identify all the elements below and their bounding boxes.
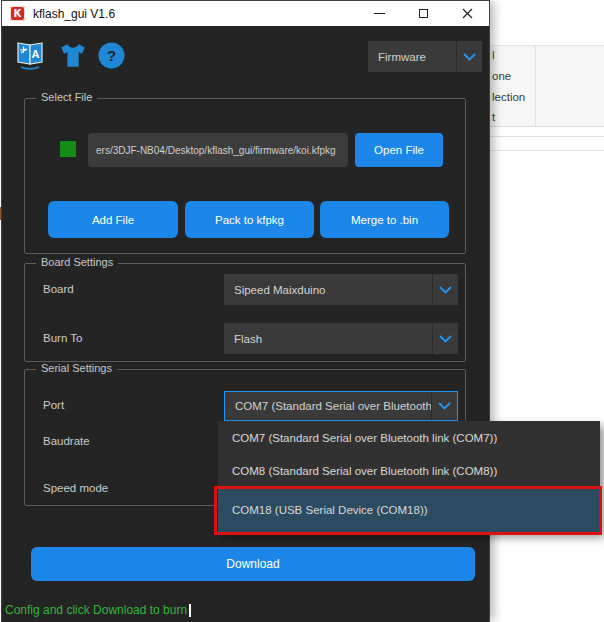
board-settings-group-label: Board Settings <box>36 256 118 268</box>
baudrate-label: Baudrate <box>43 435 90 447</box>
port-option-com8[interactable]: COM8 (Standard Serial over Bluetooth lin… <box>218 454 600 487</box>
close-button[interactable] <box>445 1 489 26</box>
background-divider-line <box>490 150 604 151</box>
background-text-fragment: one <box>492 70 511 82</box>
text-cursor <box>189 604 191 617</box>
add-file-button[interactable]: Add File <box>48 201 178 238</box>
annotation-highlight-box <box>214 486 602 535</box>
svg-text:?: ? <box>107 47 116 64</box>
port-label: Port <box>43 399 64 411</box>
port-select[interactable]: COM7 (Standard Serial over Bluetooth lin… <box>224 391 458 421</box>
minimize-icon <box>374 13 385 14</box>
burn-to-select-value: Flash <box>224 333 432 345</box>
file-status-indicator <box>60 141 76 157</box>
chevron-down-icon <box>432 323 458 354</box>
board-label: Board <box>43 283 74 295</box>
serial-settings-group-label: Serial Settings <box>36 362 117 374</box>
help-icon: ? <box>98 42 125 69</box>
window-title: kflash_gui V1.6 <box>33 7 115 21</box>
maximize-button[interactable] <box>401 1 445 26</box>
background-text-fragment: l <box>492 49 495 61</box>
background-divider-line <box>490 136 604 137</box>
burn-to-select[interactable]: Flash <box>224 323 458 354</box>
background-window-divider <box>535 46 536 126</box>
app-logo-icon: K <box>10 6 25 21</box>
port-select-value: COM7 (Standard Serial over Bluetooth lin… <box>225 400 431 412</box>
help-button[interactable]: ? <box>98 42 125 73</box>
minimize-button[interactable] <box>357 1 401 26</box>
background-text-fragment: lection <box>492 91 525 103</box>
download-button[interactable]: Download <box>31 547 475 581</box>
select-file-group-label: Select File <box>36 91 97 103</box>
chevron-down-icon <box>432 274 458 305</box>
chevron-down-icon <box>431 392 457 420</box>
merge-to-bin-button[interactable]: Merge to .bin <box>320 201 449 238</box>
board-settings-group: Board Settings Board Sipeed Maixduino Bu… <box>24 263 466 362</box>
close-icon <box>462 8 473 19</box>
firmware-mode-select[interactable]: Firmware <box>368 41 482 72</box>
speed-mode-label: Speed mode <box>43 482 108 494</box>
tshirt-icon <box>58 42 88 69</box>
status-message: Config and click Download to burn <box>5 603 187 617</box>
status-bar: Config and click Download to burn <box>5 600 191 618</box>
background-window-panel <box>490 45 604 127</box>
file-path-input[interactable]: ers/3DJF-NB04/Desktop/kflash_gui/firmwar… <box>88 133 348 167</box>
file-path-text: ers/3DJF-NB04/Desktop/kflash_gui/firmwar… <box>96 145 336 156</box>
titlebar: K kflash_gui V1.6 <box>2 1 489 26</box>
svg-text:A: A <box>32 48 40 60</box>
theme-button[interactable] <box>58 42 88 73</box>
select-file-group: Select File ers/3DJF-NB04/Desktop/kflash… <box>24 98 466 254</box>
board-select-value: Sipeed Maixduino <box>224 284 432 296</box>
open-file-button[interactable]: Open File <box>355 133 443 167</box>
maximize-icon <box>419 9 428 18</box>
burn-to-label: Burn To <box>43 332 82 344</box>
port-option-com7[interactable]: COM7 (Standard Serial over Bluetooth lin… <box>218 421 600 454</box>
board-select[interactable]: Sipeed Maixduino <box>224 274 458 305</box>
language-button[interactable]: A <box>14 40 46 74</box>
pack-to-kfpkg-button[interactable]: Pack to kfpkg <box>185 201 314 238</box>
background-text-fragment: t <box>492 111 495 123</box>
chevron-down-icon <box>456 41 482 72</box>
translate-icon: A <box>14 40 46 70</box>
firmware-mode-value: Firmware <box>368 51 456 63</box>
